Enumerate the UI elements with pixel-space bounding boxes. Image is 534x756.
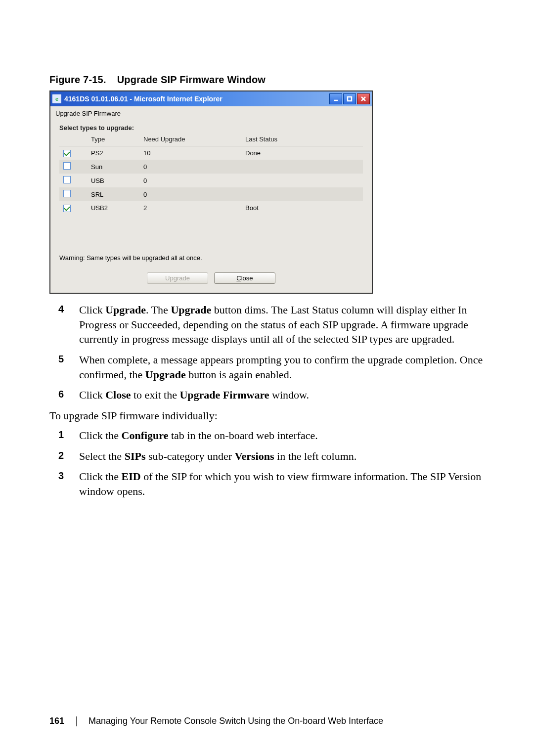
table-row: USB22Boot: [59, 201, 363, 215]
button-row: Upgrade Close: [50, 272, 372, 284]
table-row: SRL0: [59, 187, 363, 201]
cell-type: USB: [87, 174, 139, 187]
cell-last-status: Done: [241, 146, 363, 160]
cell-type: Sun: [87, 160, 139, 174]
cell-last-status: [241, 187, 363, 201]
step-6: 6 Click Close to exit the Upgrade Firmwa…: [49, 388, 485, 402]
window-titlebar: 4161DS 01.01.06.01 - Microsoft Internet …: [50, 91, 372, 106]
step-number: 1: [58, 428, 64, 442]
select-types-label: Select types to upgrade:: [50, 124, 372, 132]
ie-logo-icon: [52, 94, 61, 103]
window-title: 4161DS 01.01.06.01 - Microsoft Internet …: [64, 95, 222, 103]
row-checkbox[interactable]: [63, 150, 71, 157]
page-number: 161: [49, 716, 64, 726]
cell-need-upgrade: 0: [139, 187, 241, 201]
row-checkbox[interactable]: [63, 205, 71, 212]
figure-title: Upgrade SIP Firmware Window: [117, 74, 266, 85]
cell-type: PS2: [87, 146, 139, 160]
sip-table-wrap: Type Need Upgrade Last Status PS210DoneS…: [50, 132, 372, 254]
cell-last-status: [241, 174, 363, 187]
maximize-button[interactable]: [343, 93, 356, 104]
row-checkbox[interactable]: [63, 162, 71, 170]
table-row: Sun0: [59, 160, 363, 174]
step-number: 4: [58, 303, 64, 316]
col-status-header: Last Status: [241, 133, 363, 146]
maximize-icon: [347, 96, 353, 102]
warning-text: Warning: Same types will be upgraded all…: [50, 254, 372, 272]
cell-need-upgrade: 0: [139, 160, 241, 174]
prose-block-1: 4 Click Upgrade. The Upgrade button dims…: [49, 303, 485, 499]
col-check-header: [59, 133, 87, 146]
figure-number: Figure 7-15.: [49, 74, 106, 85]
step-number: 3: [58, 469, 64, 483]
step-number: 5: [58, 353, 64, 366]
table-row: USB0: [59, 174, 363, 187]
cell-last-status: [241, 160, 363, 174]
step-4: 4 Click Upgrade. The Upgrade button dims…: [49, 303, 485, 347]
cell-need-upgrade: 10: [139, 146, 241, 160]
close-icon: [360, 96, 366, 102]
step-1: 1 Click the Configure tab in the on-boar…: [49, 428, 485, 443]
step-2: 2 Select the SIPs sub-category under Ver…: [49, 449, 485, 464]
close-button[interactable]: [357, 93, 370, 104]
sip-table: Type Need Upgrade Last Status PS210DoneS…: [59, 133, 363, 215]
step-5: 5 When complete, a message appears promp…: [49, 353, 485, 382]
col-type-header: Type: [87, 133, 139, 146]
col-need-header: Need Upgrade: [139, 133, 241, 146]
upgrade-button[interactable]: Upgrade: [147, 272, 208, 284]
row-checkbox[interactable]: [63, 176, 71, 183]
svg-rect-1: [348, 97, 352, 101]
row-checkbox[interactable]: [63, 190, 71, 197]
step-number: 2: [58, 449, 64, 462]
cell-type: SRL: [87, 187, 139, 201]
minimize-button[interactable]: [329, 93, 342, 104]
cell-need-upgrade: 2: [139, 201, 241, 215]
cell-type: USB2: [87, 201, 139, 215]
page-footer: 161 Managing Your Remote Console Switch …: [49, 716, 485, 726]
minimize-icon: [333, 96, 339, 102]
step-number: 6: [58, 388, 64, 401]
cell-need-upgrade: 0: [139, 174, 241, 187]
panel-title: Upgrade SIP Firmware: [50, 106, 372, 124]
table-row: PS210Done: [59, 146, 363, 160]
cell-last-status: Boot: [241, 201, 363, 215]
step-3: 3 Click the EID of the SIP for which you…: [49, 469, 485, 498]
lead-paragraph: To upgrade SIP firmware individually:: [49, 408, 485, 423]
figure-caption: Figure 7-15.Upgrade SIP Firmware Window: [49, 74, 485, 86]
window-body: Upgrade SIP Firmware Select types to upg…: [50, 106, 372, 293]
footer-divider: [76, 716, 77, 726]
footer-text: Managing Your Remote Console Switch Usin…: [89, 716, 383, 726]
ie-window: 4161DS 01.01.06.01 - Microsoft Internet …: [49, 90, 373, 294]
close-dialog-button[interactable]: Close: [214, 272, 275, 284]
